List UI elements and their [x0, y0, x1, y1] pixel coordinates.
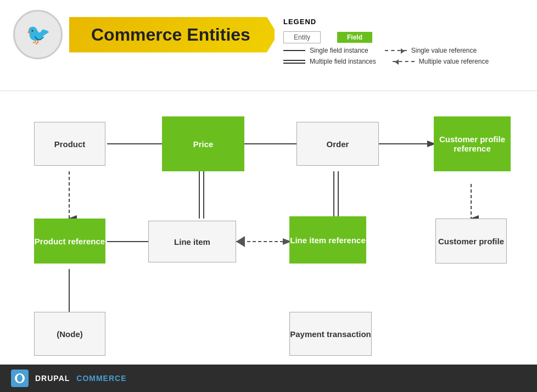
- legend-entity-box: Entity: [283, 31, 321, 43]
- diagram: Product Price Order Customer profile ref…: [0, 93, 537, 365]
- drupal-logo-icon: [14, 372, 26, 384]
- price-node: Price: [162, 116, 244, 171]
- line-item-ref-node: Line item reference: [289, 216, 366, 264]
- svg-point-13: [17, 374, 23, 382]
- double-line-icon: [283, 60, 305, 64]
- product-node: Product: [34, 122, 105, 166]
- legend-multiple-value-ref: Multiple value reference: [393, 58, 489, 65]
- legend-single-field: Single field instance: [283, 47, 368, 54]
- dash-single-icon: [385, 50, 407, 51]
- line-item-node: Line item: [148, 221, 236, 262]
- footer-commerce-text: COMMERCE: [76, 374, 126, 383]
- product-ref-node: Product reference: [34, 219, 105, 264]
- footer: DRUPAL COMMERCE: [0, 365, 537, 392]
- node-entity-node: (Node): [34, 312, 105, 356]
- page-title: Commerce Entities: [91, 25, 250, 45]
- multiple-field-label: Multiple field instances: [310, 58, 376, 65]
- legend-multiple-field: Multiple field instances: [283, 58, 376, 65]
- order-node: Order: [297, 122, 379, 166]
- payment-transaction-node: Payment transaction: [289, 312, 372, 356]
- footer-logo: [11, 369, 29, 387]
- single-field-label: Single field instance: [310, 47, 368, 54]
- legend: LEGEND Entity Field Single field instanc…: [275, 11, 497, 75]
- logo-circle: 🐦: [13, 10, 63, 59]
- bird-icon: 🐦: [26, 23, 51, 46]
- title-banner: Commerce Entities: [69, 17, 278, 53]
- single-value-ref-label: Single value reference: [411, 47, 477, 54]
- legend-title: LEGEND: [283, 18, 489, 26]
- customer-profile-node: Customer profile: [435, 219, 507, 264]
- legend-row-3: Multiple field instances Multiple value …: [283, 58, 489, 65]
- legend-field-box: Field: [337, 32, 372, 43]
- multiple-value-ref-label: Multiple value reference: [419, 58, 489, 65]
- customer-profile-ref-node: Customer profile reference: [434, 116, 511, 171]
- divider: [0, 91, 537, 91]
- legend-single-value-ref: Single value reference: [385, 47, 477, 54]
- footer-drupal-text: DRUPAL: [35, 374, 70, 383]
- single-line-icon: [283, 50, 305, 51]
- legend-field-item: Field: [337, 32, 372, 43]
- legend-row-1: Entity Field: [283, 31, 489, 43]
- legend-row-2: Single field instance Single value refer…: [283, 47, 489, 54]
- legend-entity-item: Entity: [283, 31, 321, 43]
- dash-multi-icon: [393, 61, 415, 62]
